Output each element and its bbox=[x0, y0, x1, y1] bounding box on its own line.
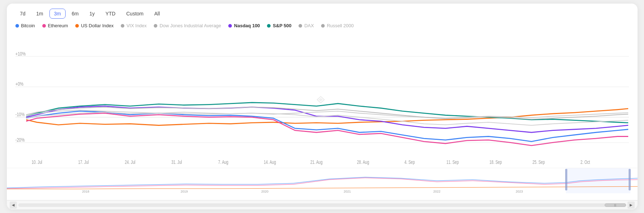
legend-item-nasdaq-100[interactable]: Nasdaq 100 bbox=[228, 23, 260, 28]
chart-card: 7d1m3m6m1yYTDCustomAll BitcoinEthereumUS… bbox=[7, 4, 638, 209]
legend-dot-s&p-500 bbox=[267, 24, 271, 28]
legend-item-ethereum[interactable]: Ethereum bbox=[42, 23, 68, 28]
chart-svg: +10% +0% -10% -20% 10. Jul 17. Jul 24. J… bbox=[15, 31, 629, 168]
legend-item-bitcoin[interactable]: Bitcoin bbox=[15, 23, 35, 28]
legend-dot-bitcoin bbox=[15, 24, 19, 28]
navigator-svg: 2018 2019 2020 2021 2022 2023 bbox=[7, 168, 638, 193]
svg-text:+10%: +10% bbox=[15, 51, 25, 57]
scrollbar-grip: ||| bbox=[605, 204, 626, 207]
navigator: 2018 2019 2020 2021 2022 2023 bbox=[7, 168, 638, 200]
legend-label-nasdaq-100: Nasdaq 100 bbox=[234, 23, 260, 28]
svg-text:-10%: -10% bbox=[15, 111, 25, 117]
svg-text:2021: 2021 bbox=[343, 190, 350, 193]
time-btn-3m[interactable]: 3m bbox=[49, 9, 66, 19]
svg-rect-28 bbox=[565, 169, 567, 190]
svg-text:18. Sep: 18. Sep bbox=[489, 159, 502, 165]
scroll-right-arrow[interactable]: ▶ bbox=[628, 202, 635, 209]
legend-dot-russell-2000 bbox=[321, 24, 325, 28]
svg-text:-20%: -20% bbox=[15, 137, 25, 143]
time-btn-1y[interactable]: 1y bbox=[85, 9, 99, 19]
time-btn-7d[interactable]: 7d bbox=[15, 9, 30, 19]
time-btn-1m[interactable]: 1m bbox=[32, 9, 48, 19]
legend-item-vix-index[interactable]: VIX Index bbox=[121, 23, 147, 28]
legend-label-us-dollar-index: US Dollar Index bbox=[81, 23, 114, 28]
legend-item-dow-jones-industrial-average[interactable]: Dow Jones Industrial Average bbox=[154, 23, 221, 28]
legend-item-dax[interactable]: DAX bbox=[299, 23, 314, 28]
legend-label-dax: DAX bbox=[304, 23, 314, 28]
legend-dot-ethereum bbox=[42, 24, 46, 28]
svg-text:17. Jul: 17. Jul bbox=[78, 159, 89, 165]
legend-label-vix-index: VIX Index bbox=[127, 23, 147, 28]
svg-text:31. Jul: 31. Jul bbox=[171, 159, 182, 165]
scrollbar-area[interactable]: ◀ ||| ▶ bbox=[7, 200, 638, 209]
legend-bar: BitcoinEthereumUS Dollar IndexVIX IndexD… bbox=[7, 22, 638, 31]
svg-text:2. Oct: 2. Oct bbox=[580, 159, 590, 165]
svg-text:+0%: +0% bbox=[15, 81, 23, 87]
legend-dot-us-dollar-index bbox=[75, 24, 79, 28]
legend-label-dow-jones-industrial-average: Dow Jones Industrial Average bbox=[159, 23, 221, 28]
legend-dot-nasdaq-100 bbox=[228, 24, 232, 28]
svg-text:2023: 2023 bbox=[515, 190, 523, 193]
legend-item-s&p-500[interactable]: S&P 500 bbox=[267, 23, 291, 28]
time-btn-all[interactable]: All bbox=[149, 9, 164, 19]
legend-dot-vix-index bbox=[121, 24, 124, 28]
svg-text:24. Jul: 24. Jul bbox=[125, 159, 135, 165]
svg-rect-29 bbox=[629, 169, 631, 190]
time-btn-6m[interactable]: 6m bbox=[67, 9, 83, 19]
legend-dot-dax bbox=[299, 24, 302, 28]
scroll-left-arrow[interactable]: ◀ bbox=[10, 202, 17, 209]
svg-text:2022: 2022 bbox=[433, 190, 440, 193]
scrollbar-track[interactable]: ||| bbox=[18, 203, 626, 207]
legend-label-s&p-500: S&P 500 bbox=[273, 23, 291, 28]
scrollbar-thumb[interactable]: ||| bbox=[605, 203, 626, 207]
legend-label-bitcoin: Bitcoin bbox=[21, 23, 35, 28]
svg-text:7. Aug: 7. Aug bbox=[218, 159, 228, 165]
svg-text:11. Sep: 11. Sep bbox=[446, 159, 459, 165]
svg-text:25. Sep: 25. Sep bbox=[532, 159, 545, 165]
svg-text:10. Jul: 10. Jul bbox=[32, 159, 42, 165]
legend-item-russell-2000[interactable]: Russell 2000 bbox=[321, 23, 354, 28]
time-btn-ytd[interactable]: YTD bbox=[101, 9, 120, 19]
time-range-bar: 7d1m3m6m1yYTDCustomAll bbox=[7, 4, 638, 22]
svg-text:2018: 2018 bbox=[82, 190, 89, 193]
svg-text:14. Aug: 14. Aug bbox=[264, 159, 276, 165]
legend-dot-dow-jones-industrial-average bbox=[154, 24, 157, 28]
legend-label-russell-2000: Russell 2000 bbox=[327, 23, 354, 28]
svg-text:2020: 2020 bbox=[261, 190, 268, 193]
time-btn-custom[interactable]: Custom bbox=[121, 9, 148, 19]
legend-label-ethereum: Ethereum bbox=[48, 23, 68, 28]
svg-text:28. Aug: 28. Aug bbox=[357, 159, 369, 165]
svg-text:2019: 2019 bbox=[180, 190, 187, 193]
svg-text:4. Sep: 4. Sep bbox=[404, 159, 415, 165]
svg-text:21. Aug: 21. Aug bbox=[310, 159, 323, 165]
legend-item-us-dollar-index[interactable]: US Dollar Index bbox=[75, 23, 114, 28]
main-chart: +10% +0% -10% -20% 10. Jul 17. Jul 24. J… bbox=[7, 31, 638, 168]
